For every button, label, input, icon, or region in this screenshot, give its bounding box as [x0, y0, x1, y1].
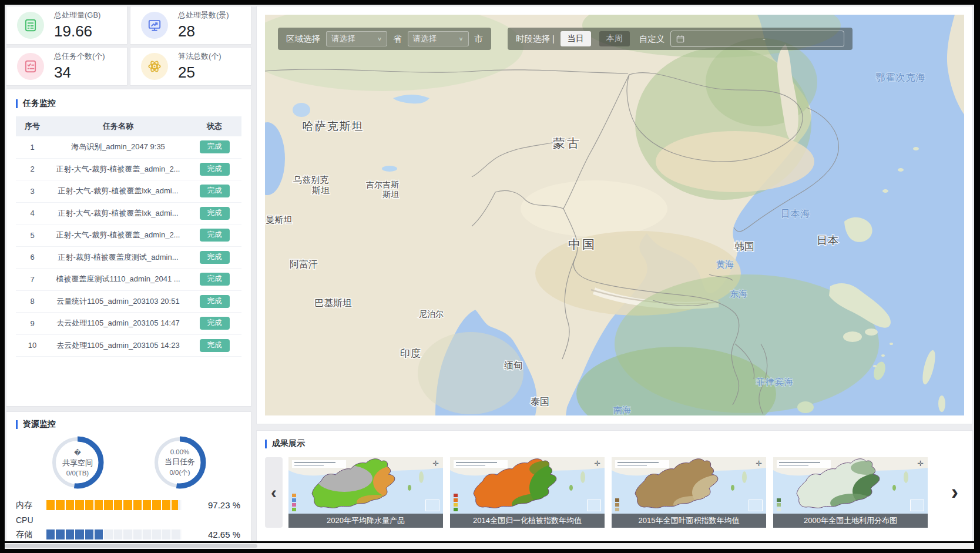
status-badge: 完成: [200, 229, 230, 242]
stat-total-scenes: 总处理景数(景) 28: [130, 6, 251, 45]
title-accent-bar: [16, 99, 18, 108]
province-select[interactable]: 请选择 ∨: [326, 31, 387, 46]
basemap-svg: 哈萨克斯坦 蒙古 中国 乌兹别克 斯坦 吉尔吉斯 斯坦 曼斯坦 阿富汗 巴基斯坦…: [265, 15, 964, 415]
status-badge: 完成: [200, 251, 230, 264]
legend-swatches: [292, 494, 296, 511]
city-select[interactable]: 请选择 ∨: [408, 31, 469, 46]
table-row: 4正射-大气-裁剪-植被覆盖lxk_admi...完成: [16, 203, 241, 225]
map-label-sea-of-japan: 日本海: [781, 209, 811, 219]
atom-icon: [141, 53, 168, 80]
shared-space-donut: � 共享空间 0/0(TB): [49, 434, 106, 491]
period-today-button[interactable]: 当日: [561, 31, 591, 46]
map-label-sea-of-okhotsk: 鄂霍次克海: [876, 72, 926, 82]
calendar-icon: [676, 35, 684, 43]
svg-text:斯坦: 斯坦: [312, 185, 330, 195]
table-row: 7植被覆盖度测试1110_admin_2041 ...完成: [16, 269, 241, 291]
title-accent-bar: [265, 440, 267, 448]
resource-monitor-title: 资源监控: [16, 419, 241, 430]
status-badge: 完成: [200, 163, 230, 176]
thumbnail-caption: 2014全国归一化植被指数年均值: [450, 514, 605, 528]
task-monitor-card: 任务监控 序号 任务名称 状态 1海岛识别_admin_2047 9:35完成 …: [6, 89, 251, 407]
legend-swatches: [454, 494, 458, 511]
stat-label: 总处理景数(景): [178, 10, 229, 21]
stat-label: 总任务个数(个): [54, 51, 105, 62]
results-title: 成果展示: [265, 438, 964, 449]
monitor-share-icon: [141, 12, 168, 39]
task-table: 序号 任务名称 状态 1海岛识别_admin_2047 9:35完成 2正射-大…: [16, 116, 241, 357]
thumbnail-title-box: [454, 460, 508, 468]
map-label-uzbekistan: 乌兹别克: [293, 175, 329, 185]
table-row: 1海岛识别_admin_2047 9:35完成: [16, 136, 241, 159]
thumbnail-caption: 2015年全国叶面积指数年均值: [612, 514, 766, 528]
map-controls: 区域选择 请选择 ∨ 省 请选择 ∨ 市 时段选择 |: [278, 28, 853, 50]
map-label-south-korea: 韩国: [734, 241, 754, 252]
map-label-pakistan: 巴基斯坦: [314, 298, 352, 308]
results-card: 成果展示 ‹: [256, 430, 973, 541]
carousel-prev-button[interactable]: ‹: [265, 457, 283, 528]
map-label-thailand: 泰国: [531, 397, 549, 407]
scrollbar-thumb[interactable]: [5, 544, 257, 548]
table-row: 5正射-大气-裁剪-植被覆盖_admin_2...完成: [16, 224, 241, 247]
inset-map: [587, 500, 601, 511]
map-card: 哈萨克斯坦 蒙古 中国 乌兹别克 斯坦 吉尔吉斯 斯坦 曼斯坦 阿富汗 巴基斯坦…: [256, 6, 973, 424]
table-row: 10去云处理1105_admin_203105 14:23完成: [16, 335, 241, 357]
map-label-india: 印度: [400, 348, 421, 359]
horizontal-scrollbar[interactable]: [5, 543, 974, 549]
result-thumbnail-precipitation[interactable]: ✛ 2020年平均降水量产品: [288, 457, 443, 528]
status-badge: 完成: [200, 273, 230, 286]
period-week-button[interactable]: 本周: [599, 31, 630, 46]
status-badge: 完成: [200, 140, 230, 153]
thumbnail-caption: 2020年平均降水量产品: [288, 514, 443, 528]
dashboard-app: 总处理量(GB) 19.66 总处理景数(景) 28: [5, 5, 974, 541]
carousel-next-button[interactable]: ›: [945, 480, 964, 505]
status-badge: 完成: [200, 185, 230, 197]
province-suffix-label: 省: [393, 33, 402, 45]
stat-value: 25: [178, 63, 221, 82]
result-thumbnail-ndvi[interactable]: ✛ 2014全国归一化植被指数年均值: [450, 457, 605, 528]
legend-swatches: [777, 498, 781, 511]
region-select-panel: 区域选择 请选择 ∨ 省 请选择 ∨ 市: [278, 28, 491, 50]
stat-label: 算法总数(个): [178, 51, 221, 62]
table-row: 2正射-大气-裁剪-植被覆盖_admin_2...完成: [16, 159, 241, 181]
date-range-separator: -: [689, 34, 838, 43]
document-lines-icon: [17, 12, 44, 39]
map-label-turkmenistan: 曼斯坦: [266, 215, 293, 224]
compass-icon: ✛: [917, 459, 924, 468]
map-label-mongolia: 蒙古: [553, 136, 581, 150]
thumbnail-title-box: [292, 460, 346, 468]
map-label-nepal: 尼泊尔: [419, 309, 444, 319]
result-thumbnail-lai[interactable]: ✛ 2015年全国叶面积指数年均值: [612, 457, 766, 528]
legend-swatches: [615, 498, 619, 511]
map-label-south-china-sea: 南海: [613, 405, 631, 415]
result-thumbnail-landuse[interactable]: ✛ 2000年全国土地利用分布图: [773, 457, 928, 528]
status-badge: 完成: [200, 207, 230, 220]
compass-icon: ✛: [594, 459, 600, 468]
status-badge: 完成: [200, 339, 230, 352]
thumbnail-title-box: [615, 460, 669, 468]
period-label: 时段选择 |: [516, 33, 555, 45]
table-row: 3正射-大气-裁剪-植被覆盖lxk_admi...完成: [16, 180, 241, 203]
map-label-myanmar: 缅甸: [504, 360, 523, 370]
stat-label: 总处理量(GB): [54, 10, 100, 21]
resource-monitor-card: 资源监控 � 共享空间 0/0(TB): [6, 411, 251, 541]
inset-map: [749, 500, 763, 511]
stat-value: 28: [178, 22, 229, 41]
inset-map: [425, 500, 439, 511]
cpu-usage-bar: CPU: [16, 512, 241, 527]
stat-value: 19.66: [54, 22, 100, 41]
stat-total-tasks: 总任务个数(个) 34: [6, 47, 127, 86]
task-table-header: 序号 任务名称 状态: [16, 116, 241, 136]
thumbnail-caption: 2000年全国土地利用分布图: [773, 514, 928, 528]
map-label-china: 中国: [568, 237, 596, 251]
stat-cards: 总处理量(GB) 19.66 总处理景数(景) 28: [6, 6, 251, 86]
map-label-east-china-sea: 东海: [730, 289, 747, 299]
date-range-input[interactable]: -: [670, 31, 844, 47]
stat-value: 34: [54, 63, 105, 82]
thumbnail-title-box: [777, 460, 831, 468]
map-canvas[interactable]: 哈萨克斯坦 蒙古 中国 乌兹别克 斯坦 吉尔吉斯 斯坦 曼斯坦 阿富汗 巴基斯坦…: [265, 15, 964, 415]
table-row: 9去云处理1105_admin_203105 14:47完成: [16, 313, 241, 335]
stat-total-processed-gb: 总处理量(GB) 19.66: [6, 6, 127, 45]
region-select-label: 区域选择: [286, 33, 320, 45]
stat-total-algorithms: 算法总数(个) 25: [130, 47, 251, 86]
status-badge: 完成: [200, 317, 230, 330]
